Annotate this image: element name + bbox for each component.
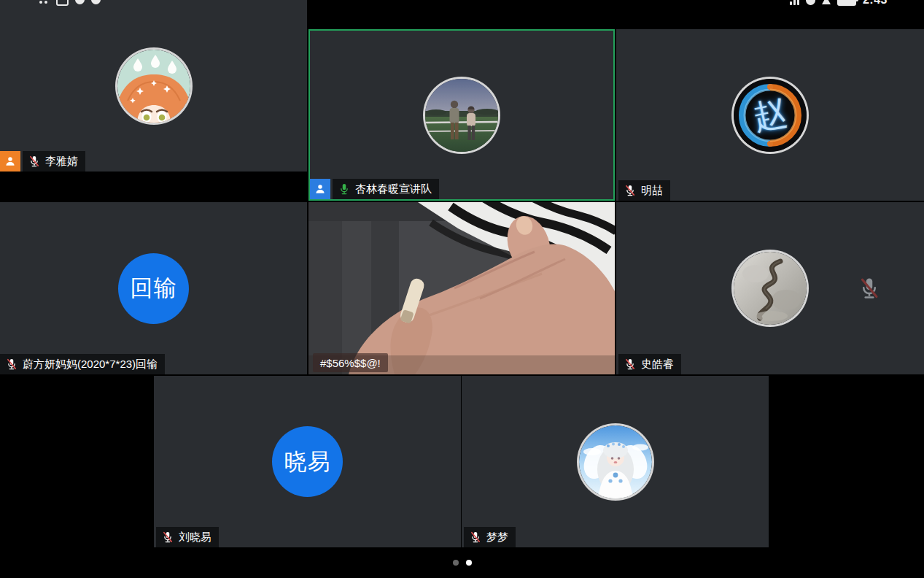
status-right-icons: 2:43 <box>790 0 888 7</box>
name-badge: 杏林春暖宣讲队 <box>333 179 439 199</box>
participant-name: 刘晓易 <box>179 531 211 544</box>
participant-name: 史皓睿 <box>641 358 674 371</box>
video-tile-2-active-speaker[interactable]: 杏林春暖宣讲队 <box>308 29 615 201</box>
status-left-icons <box>39 0 101 6</box>
participant-badges: 蔚方妍妈妈(2020*7*23)回输 <box>0 354 165 374</box>
muted-mic-icon <box>28 155 41 168</box>
participant-name: 明喆 <box>641 184 663 198</box>
avatar-blue-initials: 晓易 <box>272 426 343 497</box>
participant-badges: 杏林春暖宣讲队 <box>310 179 439 199</box>
avatar-photo-outdoor <box>425 79 498 152</box>
participant-badges: 李雅婧 <box>0 151 85 172</box>
avatar-initials: 晓易 <box>284 447 331 477</box>
participant-name: 杏林春暖宣讲队 <box>355 182 432 196</box>
screenshot-app-icon <box>56 0 69 6</box>
participant-badges: 梦梦 <box>464 527 516 547</box>
video-tile-3[interactable]: 赵 明喆 <box>616 29 924 201</box>
muted-mic-icon <box>624 358 637 371</box>
muted-mic-icon <box>5 358 18 371</box>
video-tile-8[interactable]: 梦梦 <box>462 376 769 547</box>
notification-dots-icon <box>39 0 50 5</box>
clock-time: 2:43 <box>863 0 888 7</box>
name-badge: #$56%$$@! <box>313 353 388 372</box>
participant-name: 梦梦 <box>486 531 508 544</box>
video-tile-1[interactable]: 李雅婧 <box>0 0 307 172</box>
avatar-anime-angel <box>579 425 652 498</box>
avatar-stone-sand <box>734 252 807 325</box>
app-circle-icon-2 <box>91 0 101 4</box>
video-tile-6[interactable]: 史皓睿 <box>616 202 924 374</box>
participant-name: 李雅婧 <box>45 155 78 169</box>
page-indicator <box>453 560 472 566</box>
member-role-badge-orange <box>0 151 20 172</box>
participant-name: #$56%$$@! <box>320 357 381 369</box>
status-bar: 2:43 <box>0 0 924 10</box>
person-icon <box>314 182 327 196</box>
muted-mic-icon <box>161 531 174 544</box>
muted-mic-icon <box>469 531 482 544</box>
app-circle-icon-1 <box>75 0 85 4</box>
participant-badges: 明喆 <box>618 180 670 201</box>
data-circle-icon <box>806 0 815 5</box>
avatar-flame-emblem: 赵 <box>734 79 807 152</box>
name-badge: 明喆 <box>618 180 670 201</box>
video-tile-4[interactable]: 回输 蔚方妍妈妈(2020*7*23)回输 <box>0 202 307 374</box>
name-badge: 刘晓易 <box>156 527 219 547</box>
signal-bars-icon <box>790 0 799 5</box>
video-tile-5-live-video[interactable]: #$56%$$@! <box>308 202 615 374</box>
avatar-anime-raindrops <box>117 50 190 123</box>
active-mic-icon <box>338 182 351 196</box>
avatar-glyph: 赵 <box>734 79 807 152</box>
participant-badges: #$56%$$@! <box>313 353 388 372</box>
live-video-hand <box>308 202 615 374</box>
name-badge: 史皓睿 <box>618 354 681 374</box>
page-dot-2-active[interactable] <box>466 560 472 566</box>
participant-name: 蔚方妍妈妈(2020*7*23)回输 <box>23 358 158 371</box>
person-icon <box>4 155 17 168</box>
page-dot-1[interactable] <box>453 560 459 566</box>
battery-icon <box>837 0 856 6</box>
meeting-screen: 2:43 <box>0 0 924 578</box>
name-badge: 梦梦 <box>464 527 516 547</box>
avatar-initials: 回输 <box>131 273 177 304</box>
name-badge: 李雅婧 <box>23 151 85 172</box>
muted-mic-icon <box>624 184 637 197</box>
participant-badges: 史皓睿 <box>618 354 681 374</box>
muted-mic-large-icon <box>857 272 882 304</box>
avatar-blue-initials: 回输 <box>118 253 189 324</box>
member-role-badge-blue <box>310 179 330 199</box>
alert-triangle-icon <box>822 0 831 4</box>
name-badge: 蔚方妍妈妈(2020*7*23)回输 <box>0 354 165 374</box>
video-tile-7[interactable]: 晓易 刘晓易 <box>154 376 461 547</box>
participant-badges: 刘晓易 <box>156 527 219 547</box>
